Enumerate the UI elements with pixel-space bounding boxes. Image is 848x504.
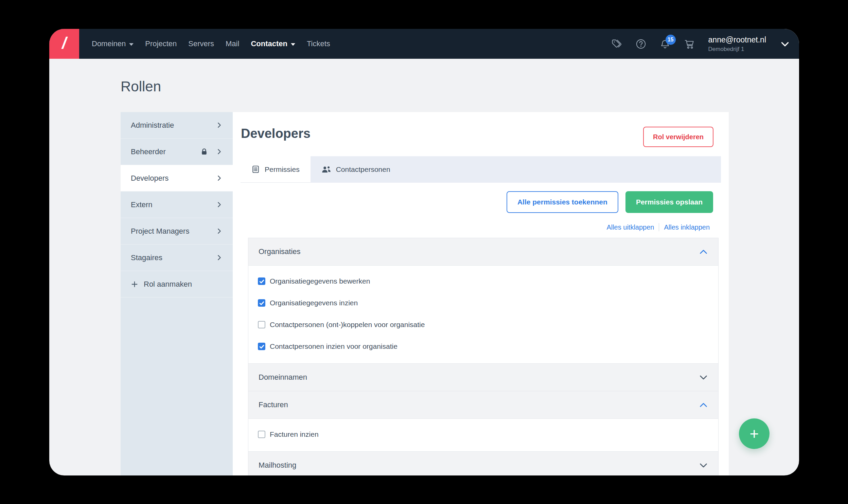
expand-all-link[interactable]: Alles uitklappen — [602, 223, 659, 231]
chevron-right-icon — [216, 148, 223, 155]
add-fab-button[interactable]: + — [739, 418, 770, 449]
section-header-organisaties[interactable]: Organisaties — [248, 238, 719, 266]
chevron-right-icon — [216, 228, 223, 234]
sidebar-item-label: Administratie — [131, 121, 174, 130]
nav-item-servers[interactable]: Servers — [188, 39, 214, 48]
help-icon[interactable] — [636, 39, 646, 49]
permission-label: Organisatiegegevens bewerken — [270, 277, 370, 285]
top-navbar: / DomeinenProjectenServersMailContactenT… — [49, 29, 799, 59]
sidebar-item-developers[interactable]: Developers — [121, 165, 233, 192]
permission-checkbox-facturen-inzien[interactable] — [258, 431, 265, 438]
create-role-label: Rol aanmaken — [144, 280, 192, 289]
sidebar-item-project-managers[interactable]: Project Managers — [121, 218, 233, 245]
chevron-down-icon — [699, 461, 708, 470]
nav-item-projecten[interactable]: Projecten — [145, 39, 177, 48]
section-title: Facturen — [259, 400, 288, 409]
nav-item-label: Servers — [188, 39, 214, 48]
chevron-right-icon — [216, 175, 223, 181]
sidebar-item-label: Developers — [131, 174, 169, 183]
collapse-all-link[interactable]: Alles inklappen — [659, 223, 710, 231]
grant-all-permissions-button[interactable]: Alle permissies toekennen — [507, 191, 618, 213]
sidebar-item-beheerder[interactable]: Beheerder — [121, 139, 233, 165]
lock-icon — [200, 148, 208, 156]
permission-checkbox-contactpersonen-inzien-voor-organisatie[interactable] — [258, 343, 265, 350]
delete-role-button[interactable]: Rol verwijderen — [643, 127, 713, 147]
section-header-mailhosting[interactable]: Mailhosting — [248, 451, 719, 475]
create-role-button[interactable]: Rol aanmaken — [121, 271, 233, 298]
chevron-down-icon — [699, 373, 708, 382]
permission-row: Contactpersonen (ont-)koppelen voor orga… — [258, 314, 709, 336]
users-icon — [321, 165, 331, 174]
section-body-organisaties: Organisatiegegevens bewerkenOrganisatieg… — [248, 266, 719, 364]
role-detail-panel: Developers Rol verwijderen PermissiesCon… — [233, 112, 729, 475]
role-title: Developers — [241, 126, 311, 141]
permission-row: Organisatiegegevens inzien — [258, 292, 709, 314]
main-nav: DomeinenProjectenServersMailContactenTic… — [92, 39, 330, 48]
list-icon — [251, 165, 260, 174]
permission-label: Contactpersonen (ont-)koppelen voor orga… — [270, 321, 425, 329]
section-header-facturen[interactable]: Facturen — [248, 391, 719, 419]
save-permissions-button[interactable]: Permissies opslaan — [625, 191, 713, 213]
permission-label: Organisatiegegevens inzien — [270, 299, 358, 307]
sidebar-item-icons — [216, 175, 223, 181]
section-title: Organisaties — [259, 247, 301, 256]
sidebar-item-stagaires[interactable]: Stagaires — [121, 245, 233, 271]
nav-item-domeinen[interactable]: Domeinen — [92, 39, 134, 48]
section-title: Domeinnamen — [259, 373, 307, 382]
sidebar-item-icons — [216, 254, 223, 261]
bell-icon[interactable]: 15 — [660, 39, 670, 49]
account-company: Demobedrijf 1 — [708, 46, 766, 53]
permission-row: Contactpersonen inzien voor organisatie — [258, 336, 709, 357]
sidebar-item-extern[interactable]: Extern — [121, 192, 233, 218]
sidebar-item-icons — [200, 148, 223, 156]
brand-slash-icon: / — [62, 35, 66, 51]
tab-contactpersonen[interactable]: Contactpersonen — [311, 156, 401, 183]
caret-down-icon — [129, 43, 134, 46]
sidebar-item-icons — [216, 228, 223, 234]
nav-item-tickets[interactable]: Tickets — [307, 39, 330, 48]
tags-icon[interactable] — [612, 39, 622, 49]
section-body-facturen: Facturen inzien — [248, 419, 719, 452]
nav-item-label: Domeinen — [92, 39, 126, 48]
nav-item-contacten[interactable]: Contacten — [251, 39, 295, 48]
nav-item-label: Contacten — [251, 39, 287, 48]
navbar-right: 15 anne@rootnet.nl Demobedrijf 1 — [612, 35, 799, 53]
sidebar-item-icons — [216, 122, 223, 128]
sidebar-item-label: Stagaires — [131, 253, 162, 262]
sidebar-item-administratie[interactable]: Administratie — [121, 112, 233, 139]
notification-badge: 15 — [666, 35, 676, 45]
section-header-domeinnamen[interactable]: Domeinnamen — [248, 363, 719, 391]
cart-icon[interactable] — [684, 39, 695, 49]
chevron-up-icon — [699, 400, 708, 410]
chevron-right-icon — [216, 254, 223, 261]
nav-item-label: Tickets — [307, 39, 330, 48]
account-info: anne@rootnet.nl Demobedrijf 1 — [708, 35, 766, 53]
sidebar-item-icons — [216, 201, 223, 208]
permission-checkbox-organisatiegegevens-inzien[interactable] — [258, 299, 265, 307]
sidebar-item-label: Extern — [131, 200, 153, 209]
plus-icon — [131, 281, 138, 288]
page-title: Rollen — [121, 78, 161, 95]
screenshot-root: { "navbar": { "brand_slash": "/", "items… — [0, 0, 848, 504]
permission-label: Contactpersonen inzien voor organisatie — [270, 342, 398, 350]
chevron-right-icon — [216, 122, 223, 128]
role-tabbar: PermissiesContactpersonen — [241, 156, 721, 183]
permission-label: Facturen inzien — [270, 430, 319, 438]
caret-down-icon — [291, 43, 295, 46]
tab-permissies[interactable]: Permissies — [241, 156, 311, 183]
permission-checkbox-contactpersonen-ont-koppelen-voor-organisatie[interactable] — [258, 321, 265, 328]
sidebar-item-label: Beheerder — [131, 147, 166, 156]
permission-checkbox-organisatiegegevens-bewerken[interactable] — [258, 277, 265, 285]
chevron-right-icon — [216, 201, 223, 208]
nav-item-mail[interactable]: Mail — [226, 39, 239, 48]
permission-actions: Alle permissies toekennen Permissies ops… — [507, 191, 713, 213]
nav-item-label: Projecten — [145, 39, 177, 48]
sidebar-item-label: Project Managers — [131, 227, 189, 236]
tab-label: Permissies — [265, 165, 300, 174]
account-email: anne@rootnet.nl — [708, 35, 766, 45]
permission-row: Facturen inzien — [258, 424, 709, 445]
account-menu[interactable]: anne@rootnet.nl Demobedrijf 1 — [708, 35, 790, 53]
nav-item-label: Mail — [226, 39, 239, 48]
permissions-accordion: OrganisatiesOrganisatiegegevens bewerken… — [248, 238, 719, 475]
brand-logo[interactable]: / — [49, 29, 79, 59]
